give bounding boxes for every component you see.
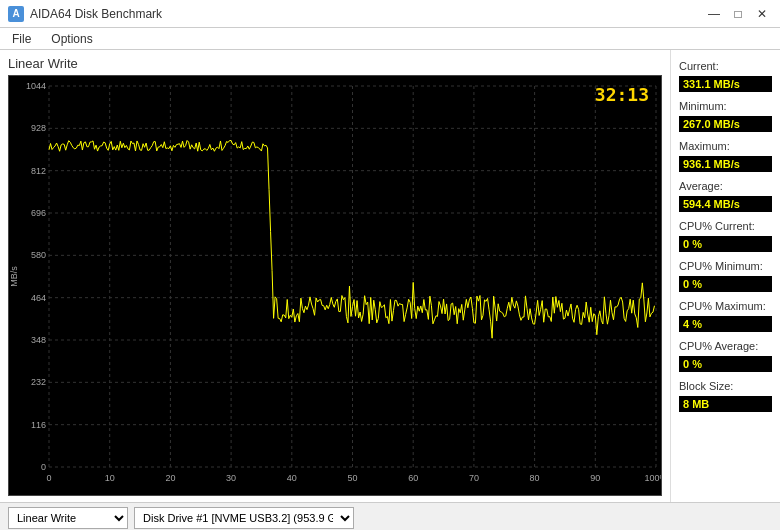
current-value: 331.1 MB/s [679,76,772,92]
bottom-bar: Linear Write Linear Read Random Write Ra… [0,502,780,530]
cpu-minimum-label: CPU% Minimum: [679,260,772,272]
test-type-dropdown[interactable]: Linear Write Linear Read Random Write Ra… [8,507,128,529]
right-panel: Current: 331.1 MB/s Minimum: 267.0 MB/s … [670,50,780,502]
menu-options[interactable]: Options [47,31,96,47]
chart-time: 32:13 [595,84,649,105]
main-content: Linear Write 32:13 Current: 331.1 MB/s M… [0,50,780,502]
chart-canvas [9,76,661,495]
maximum-value: 936.1 MB/s [679,156,772,172]
maximum-label: Maximum: [679,140,772,152]
controls-row-1: Linear Write Linear Read Random Write Ra… [8,507,772,529]
minimize-button[interactable]: — [704,4,724,24]
current-label: Current: [679,60,772,72]
app-icon: A [8,6,24,22]
chart-area: 32:13 [8,75,662,496]
window-title: AIDA64 Disk Benchmark [30,7,162,21]
cpu-current-value: 0 % [679,236,772,252]
chart-title: Linear Write [8,56,662,71]
minimum-label: Minimum: [679,100,772,112]
average-label: Average: [679,180,772,192]
average-value: 594.4 MB/s [679,196,772,212]
title-bar: A AIDA64 Disk Benchmark — □ ✕ [0,0,780,28]
cpu-maximum-label: CPU% Maximum: [679,300,772,312]
drive-dropdown[interactable]: Disk Drive #1 [NVME USB3.2] (953.9 GB) [134,507,354,529]
block-size-value: 8 MB [679,396,772,412]
window-controls: — □ ✕ [704,4,772,24]
menu-bar: File Options [0,28,780,50]
menu-file[interactable]: File [8,31,35,47]
block-size-label: Block Size: [679,380,772,392]
cpu-maximum-value: 4 % [679,316,772,332]
minimum-value: 267.0 MB/s [679,116,772,132]
cpu-current-label: CPU% Current: [679,220,772,232]
close-button[interactable]: ✕ [752,4,772,24]
cpu-minimum-value: 0 % [679,276,772,292]
cpu-average-value: 0 % [679,356,772,372]
cpu-average-label: CPU% Average: [679,340,772,352]
maximize-button[interactable]: □ [728,4,748,24]
left-panel: Linear Write 32:13 [0,50,670,502]
